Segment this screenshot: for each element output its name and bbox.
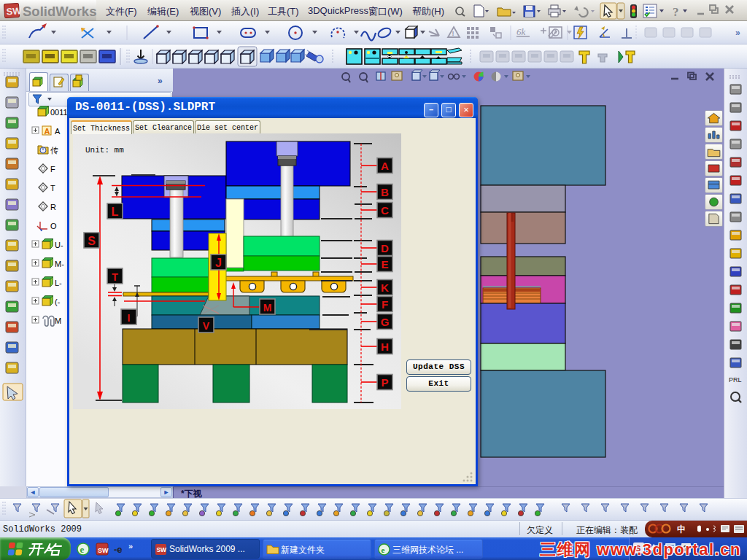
svg-text:Unit: mm: Unit: mm xyxy=(85,146,124,155)
svg-text:e: e xyxy=(80,544,85,555)
svg-text:D: D xyxy=(381,242,389,254)
svg-text:F: F xyxy=(382,298,388,311)
svg-text:L: L xyxy=(112,206,119,218)
svg-text:!: ! xyxy=(452,30,454,37)
svg-text:P: P xyxy=(381,376,388,389)
svg-text:»: » xyxy=(128,542,133,551)
svg-text:G: G xyxy=(381,316,390,328)
svg-text:M: M xyxy=(55,316,61,325)
svg-text:?: ? xyxy=(673,5,679,19)
svg-text:A: A xyxy=(44,127,50,136)
svg-text:T: T xyxy=(50,184,55,192)
svg-text:SolidWorks: SolidWorks xyxy=(23,4,96,19)
svg-text:E: E xyxy=(381,258,388,271)
svg-text:S: S xyxy=(88,235,96,247)
svg-text:K: K xyxy=(381,281,389,294)
svg-text:PRL: PRL xyxy=(729,376,742,384)
svg-text:B: B xyxy=(381,186,389,198)
svg-text:中: 中 xyxy=(677,524,686,534)
svg-text:SW: SW xyxy=(156,546,167,553)
svg-text:A: A xyxy=(381,160,389,172)
svg-text:e: e xyxy=(382,545,385,554)
svg-text:V: V xyxy=(203,320,210,332)
svg-text:(-: (- xyxy=(55,298,61,306)
svg-text:H: H xyxy=(381,341,389,353)
svg-text:F: F xyxy=(50,165,55,174)
svg-text:SW: SW xyxy=(98,547,109,554)
svg-text:O: O xyxy=(50,222,57,230)
svg-text:R: R xyxy=(50,203,56,211)
svg-text:C: C xyxy=(381,204,389,217)
svg-text:-e: -e xyxy=(114,544,123,555)
svg-text:U-: U- xyxy=(55,241,63,249)
svg-text:M: M xyxy=(263,302,272,314)
svg-text:T: T xyxy=(112,271,118,283)
svg-text:J: J xyxy=(215,257,222,269)
svg-text:M-: M- xyxy=(55,260,64,268)
svg-text:6k: 6k xyxy=(516,26,526,37)
svg-text:A: A xyxy=(55,127,61,136)
svg-text:»: » xyxy=(735,28,740,38)
svg-text:I: I xyxy=(128,312,131,324)
svg-text:SW: SW xyxy=(6,5,23,17)
svg-text:L-: L- xyxy=(55,279,62,287)
svg-text:传: 传 xyxy=(50,146,58,155)
